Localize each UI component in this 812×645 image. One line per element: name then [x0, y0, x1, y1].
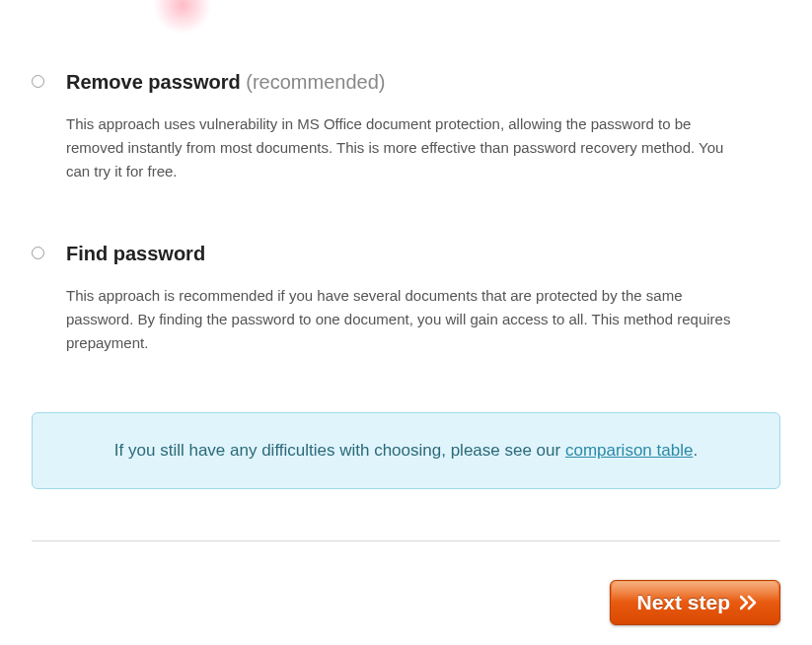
chevron-right-double-icon: [740, 595, 758, 610]
comparison-table-link[interactable]: comparison table: [565, 441, 693, 460]
option-body-remove: Remove password (recommended) This appro…: [66, 69, 780, 183]
option-remove-password: Remove password (recommended) This appro…: [32, 69, 780, 183]
radio-remove-password[interactable]: [32, 75, 44, 88]
info-box: If you still have any difficulties with …: [32, 412, 780, 489]
info-suffix: .: [693, 441, 698, 460]
option-desc-find: This approach is recommended if you have…: [66, 284, 737, 355]
main-content: Remove password (recommended) This appro…: [0, 0, 812, 541]
option-desc-remove: This approach uses vulnerability in MS O…: [66, 112, 737, 183]
info-prefix: If you still have any difficulties with …: [114, 441, 565, 460]
next-step-button[interactable]: Next step: [610, 580, 780, 625]
next-step-label: Next step: [636, 591, 730, 614]
option-body-find: Find password This approach is recommend…: [66, 241, 780, 355]
option-title-text: Remove password: [66, 71, 241, 93]
option-title-remove: Remove password (recommended): [66, 69, 780, 95]
radio-find-password[interactable]: [32, 247, 44, 259]
option-find-password: Find password This approach is recommend…: [32, 241, 780, 355]
footer: Next step: [610, 580, 780, 625]
option-title-text: Find password: [66, 243, 205, 264]
divider: [32, 540, 780, 541]
recommended-label: (recommended): [246, 71, 385, 93]
option-title-find: Find password: [66, 241, 780, 266]
